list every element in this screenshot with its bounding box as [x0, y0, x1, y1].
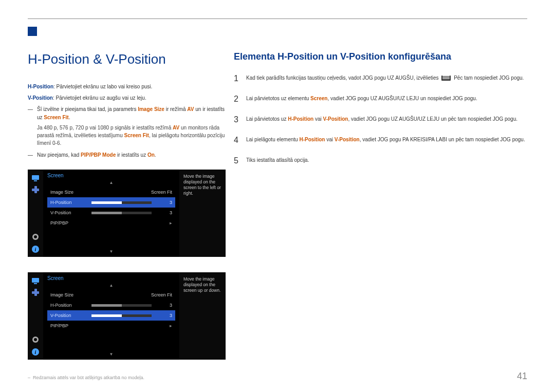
scroll-up-icon: ▲ — [47, 180, 175, 185]
osd-slider — [91, 201, 152, 204]
osd-row-pip-pbp: PIP/PBP▸ — [47, 218, 175, 228]
osd-sidebar: i — [28, 272, 43, 360]
step-2: 2 Lai pārvietotos uz elementu Screen, va… — [234, 93, 532, 105]
gear-icon — [31, 335, 40, 344]
osd-row-image-size: Image SizeScreen Fit — [47, 290, 175, 300]
osd-help-text: Move the image displayed on the screen u… — [179, 272, 226, 360]
osd-screenshot-hposition: i Screen ▲ Image SizeScreen Fit H-Positi… — [28, 170, 226, 257]
osd-slider — [91, 212, 152, 214]
osd-row-h-position: H-Position 3 — [47, 300, 175, 310]
chapter-marker — [28, 27, 37, 36]
osd-title: Screen — [47, 173, 175, 178]
osd-row-v-position: V-Position 3 — [47, 208, 175, 218]
v-position-desc: V-Position: Pārvietojiet ekrānu uz augšu… — [28, 94, 226, 102]
image-disclaimer: Redzamais attēls var būt atšķirīgs atkar… — [28, 375, 226, 380]
note-1-sub: Ja 480 p, 576 p, 720 p vai 1080 p signāl… — [28, 124, 226, 147]
menu-icon — [441, 76, 451, 81]
osd-slider — [91, 314, 152, 317]
osd-menu: Screen ▲ Image SizeScreen Fit H-Position… — [43, 170, 179, 257]
config-heading: Elementa H-Position un V-Position konfig… — [234, 51, 532, 62]
chevron-right-icon: ▸ — [157, 220, 172, 226]
osd-help-text: Move the image displayed on the screen t… — [179, 170, 226, 257]
step-3: 3 Lai pārvietotos uz H-Position vai V-Po… — [234, 114, 532, 126]
chevron-right-icon: ▸ — [157, 323, 172, 328]
navigation-icon — [31, 185, 40, 194]
osd-menu: Screen ▲ Image SizeScreen Fit H-Position… — [43, 272, 179, 360]
step-4: 4 Lai pielāgotu elementu H-Position vai … — [234, 134, 532, 146]
step-1: 1 Kad tiek parādīts funkcijas taustiņu c… — [234, 72, 532, 85]
osd-row-pip-pbp: PIP/PBP▸ — [47, 321, 175, 331]
osd-sidebar: i — [28, 170, 43, 257]
scroll-down-icon: ▼ — [47, 249, 175, 254]
info-icon: i — [31, 347, 40, 357]
section-heading: H-Position & V-Position — [28, 51, 226, 67]
osd-row-image-size: Image SizeScreen Fit — [47, 187, 175, 197]
osd-screenshot-vposition: i Screen ▲ Image SizeScreen Fit H-Positi… — [28, 272, 226, 360]
gear-icon — [31, 232, 40, 241]
header-rule — [28, 18, 527, 19]
h-position-desc: H-Position: Pārvietojiet ekrānu uz labo … — [28, 83, 226, 91]
step-5: 5 Tiks iestatīta atlasītā opcija. — [234, 155, 532, 167]
osd-row-h-position: H-Position 3 — [47, 197, 175, 208]
monitor-icon — [31, 173, 40, 182]
info-icon: i — [31, 245, 40, 254]
monitor-icon — [31, 275, 40, 285]
page-number: 41 — [517, 371, 527, 382]
h-position-label: H-Position — [28, 84, 53, 89]
left-column: H-Position & V-Position H-Position: Pārv… — [28, 51, 226, 380]
navigation-icon — [31, 288, 40, 297]
scroll-down-icon: ▼ — [47, 352, 175, 357]
right-column: Elementa H-Position un V-Position konfig… — [234, 51, 532, 175]
osd-row-v-position: V-Position 3 — [47, 310, 175, 321]
scroll-up-icon: ▲ — [47, 283, 175, 288]
note-1: Šī izvēlne ir pieejama tikai tad, ja par… — [28, 105, 226, 122]
osd-title: Screen — [47, 275, 175, 281]
note-2: Nav pieejams, kad PIP/PBP Mode ir iestat… — [28, 151, 226, 159]
v-position-label: V-Position — [28, 95, 53, 101]
osd-slider — [91, 304, 152, 307]
